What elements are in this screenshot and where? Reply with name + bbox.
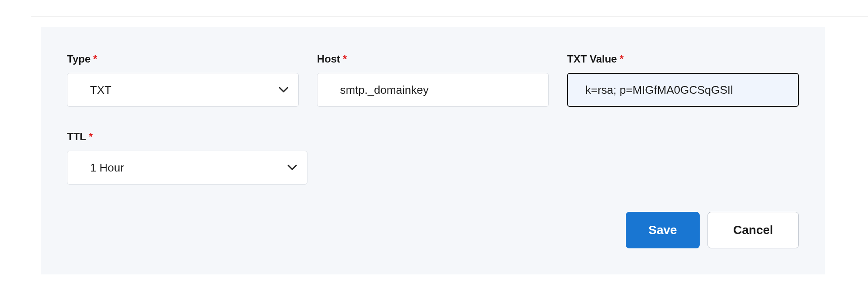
type-field: Type* — [67, 53, 299, 107]
dns-record-form: Type* Host* TXT Value* — [41, 27, 825, 274]
divider-top — [31, 16, 868, 17]
host-input-wrap — [317, 73, 549, 107]
type-select[interactable] — [67, 73, 299, 107]
save-button[interactable]: Save — [626, 212, 700, 248]
required-asterisk: * — [89, 131, 93, 142]
txt-value-field: TXT Value* — [567, 53, 799, 107]
txt-value-input-wrap — [567, 73, 799, 107]
ttl-select[interactable] — [67, 151, 307, 185]
txt-value-input[interactable] — [567, 73, 799, 107]
ttl-label: TTL* — [67, 131, 307, 143]
required-asterisk: * — [343, 53, 347, 65]
required-asterisk: * — [620, 53, 624, 65]
type-label: Type* — [67, 53, 299, 65]
form-row-1: Type* Host* TXT Value* — [67, 53, 799, 107]
divider-bottom — [31, 295, 868, 295]
form-row-2: TTL* — [67, 131, 799, 185]
required-asterisk: * — [93, 53, 97, 65]
host-input[interactable] — [317, 73, 549, 107]
host-label: Host* — [317, 53, 549, 65]
ttl-select-wrap — [67, 151, 307, 185]
cancel-button[interactable]: Cancel — [708, 212, 799, 248]
txt-value-label: TXT Value* — [567, 53, 799, 65]
type-select-wrap — [67, 73, 299, 107]
ttl-field: TTL* — [67, 131, 307, 185]
host-field: Host* — [317, 53, 549, 107]
button-row: Save Cancel — [626, 212, 799, 248]
